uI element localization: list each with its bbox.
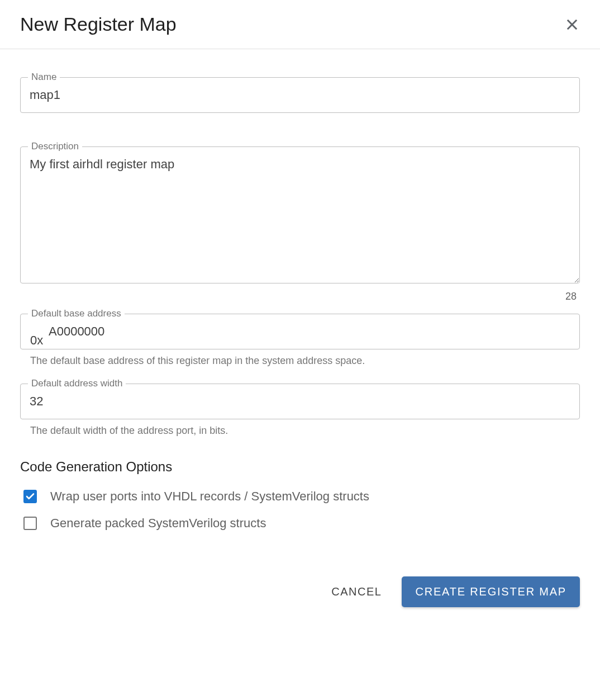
base-address-label: Default base address	[28, 308, 125, 319]
address-width-helper: The default width of the address port, i…	[30, 425, 580, 437]
dialog-header: New Register Map	[0, 0, 600, 49]
name-input[interactable]	[20, 77, 580, 113]
description-input[interactable]	[20, 146, 580, 283]
codegen-section-title: Code Generation Options	[20, 459, 580, 475]
checkbox-wrap-ports[interactable]: Wrap user ports into VHDL records / Syst…	[20, 489, 580, 504]
base-address-prefix: 0x	[30, 333, 43, 348]
checkbox-label: Wrap user ports into VHDL records / Syst…	[50, 489, 369, 504]
address-width-field-group: Default address width The default width …	[20, 384, 580, 437]
close-icon[interactable]	[564, 17, 580, 32]
description-char-counter: 28	[565, 291, 577, 302]
cancel-button[interactable]: CANCEL	[327, 579, 386, 605]
create-register-map-button[interactable]: CREATE REGISTER MAP	[402, 576, 580, 607]
dialog-title: New Register Map	[20, 13, 177, 35]
checkbox-label: Generate packed SystemVerilog structs	[50, 516, 266, 531]
checkbox-packed-structs[interactable]: Generate packed SystemVerilog structs	[20, 516, 580, 531]
description-field-group: Description 28	[20, 146, 580, 286]
address-width-label: Default address width	[28, 378, 126, 389]
description-label: Description	[28, 141, 82, 152]
base-address-helper: The default base address of this registe…	[30, 355, 580, 367]
checkbox-icon-unchecked	[23, 517, 37, 530]
base-address-field-group: Default base address 0x The default base…	[20, 314, 580, 367]
dialog-actions: CANCEL CREATE REGISTER MAP	[0, 554, 600, 635]
checkbox-icon-checked	[23, 490, 37, 503]
name-field-group: Name	[20, 77, 580, 113]
name-label: Name	[28, 72, 60, 83]
dialog-body: Name Description 28 Default base address…	[0, 49, 600, 554]
